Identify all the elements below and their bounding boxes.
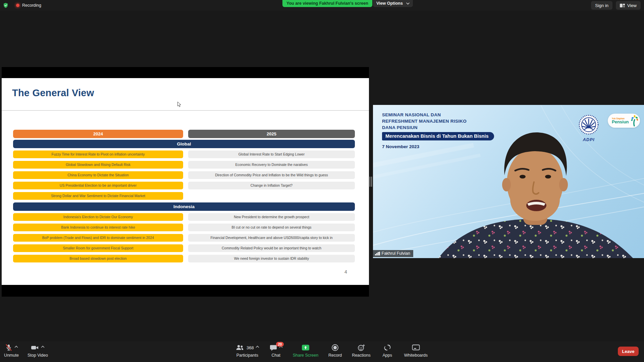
view-options-label: View Options <box>376 0 403 7</box>
section-banner-indonesia: Indonesia <box>13 202 355 211</box>
mouse-cursor-icon <box>177 102 182 108</box>
item-2025: Economic Recovery to Dominate the narati… <box>188 161 355 169</box>
adpi-emblem-icon <box>578 114 599 135</box>
sign-in-button[interactable]: Sign in <box>591 1 612 10</box>
record-icon <box>331 344 339 352</box>
participants-label: Participants <box>236 353 258 358</box>
item-2024: Indonesia's Election to Dictate Our Econ… <box>13 213 183 221</box>
video-options-chevron-icon[interactable] <box>41 346 45 348</box>
whiteboards-button[interactable]: Whiteboards <box>404 344 428 358</box>
share-screen-button[interactable]: Share Screen <box>293 344 318 358</box>
seminar-title: SEMINAR NASIONAL DAN REFRESHMENT MANAJEM… <box>382 112 467 131</box>
seminar-date: 7 November 2023 <box>382 144 419 149</box>
title-divider <box>2 110 369 111</box>
presentation-slide: The General View 2024 2025 Global Fuzzy … <box>2 78 369 285</box>
stop-video-label: Stop Video <box>28 353 48 358</box>
item-2024: Strong Dollar and War Sentiment to Dicta… <box>13 192 183 200</box>
recording-dot-icon <box>16 4 19 7</box>
recording-label: Recording <box>22 3 41 8</box>
security-shield-icon[interactable] <box>3 2 9 8</box>
view-button[interactable]: View <box>616 1 641 10</box>
shared-screen-area: The General View 2024 2025 Global Fuzzy … <box>2 67 369 297</box>
apps-label: Apps <box>382 353 392 358</box>
outlook-table: 2024 2025 Global Fuzzy Time for Interest… <box>13 130 355 265</box>
whiteboard-icon <box>412 344 420 352</box>
item-2025: New President to determine the growth pr… <box>188 213 355 221</box>
reactions-label: Reactions <box>352 353 371 358</box>
chevron-down-icon <box>406 2 410 5</box>
slide-page-number: 4 <box>344 269 347 275</box>
microphone-muted-icon <box>5 344 13 352</box>
apps-icon <box>383 344 391 352</box>
share-screen-label: Share Screen <box>293 353 318 358</box>
item-2025: We need foreign investor to sustain IDR … <box>188 255 355 262</box>
column-header-2025: 2025 <box>188 130 355 138</box>
view-label: View <box>627 3 637 8</box>
table-row: China Economy to Dictate the Situation D… <box>13 171 355 179</box>
item-2024: Broad based slowdown post election <box>13 255 183 262</box>
panel-resize-handle[interactable] <box>370 177 372 187</box>
unmute-label: Unmute <box>4 353 19 358</box>
table-row: Broad based slowdown post election We ne… <box>13 255 355 262</box>
participants-button[interactable]: 368 Participants <box>235 344 259 358</box>
reactions-smiley-icon <box>357 344 365 352</box>
participants-chevron-icon[interactable] <box>256 346 259 348</box>
table-row: Smaller Room for government Fiscal Suppo… <box>13 244 355 252</box>
seminar-title-line2: REFRESHMENT MANAJEMEN RISIKO <box>382 118 467 124</box>
slide-title: The General View <box>12 87 94 99</box>
participant-name: Fakhrul Fulvian <box>382 251 410 256</box>
table-row: BoP problem (Trade and Flows) and IDR to… <box>13 234 355 242</box>
apps-button[interactable]: Apps <box>380 344 395 358</box>
item-2024: China Economy to Dictate the Situation <box>13 171 183 179</box>
chat-button[interactable]: 20 Chat <box>269 344 283 358</box>
item-2025: Commodity Related Policy would be an imp… <box>188 244 355 252</box>
participants-icon <box>235 344 244 352</box>
table-row: Bank Indonesia to continue its interest … <box>13 224 355 231</box>
item-2024: Bank Indonesia to continue its interest … <box>13 224 183 231</box>
record-button[interactable]: Record <box>328 344 342 358</box>
section-banner-global: Global <box>13 140 355 148</box>
item-2025: Direction of Commodity Price and Inflati… <box>188 171 355 179</box>
leave-button[interactable]: Leave <box>618 347 639 356</box>
stop-video-button[interactable]: Stop Video <box>28 344 48 358</box>
pensiun-logo: Yuk Siapkan Pensiun <box>608 114 640 128</box>
record-label: Record <box>328 353 342 358</box>
column-header-2024: 2024 <box>13 130 183 138</box>
pensiun-logo-label: Pensiun <box>612 120 629 124</box>
speaker-video-tile[interactable]: SEMINAR NASIONAL DAN REFRESHMENT MANAJEM… <box>373 105 644 258</box>
item-2025: Change in Inflation Target? <box>188 182 355 189</box>
item-2025: BI cut or no cut on rate to depend on se… <box>188 224 355 231</box>
adpi-label: ADPI <box>574 137 604 142</box>
table-row: Strong Dollar and War Sentiment to Dicta… <box>13 192 355 200</box>
seminar-title-line3: DANA PENSIUN <box>382 124 467 131</box>
item-2024: Fuzzy Time for Interest Rate to Pivot on… <box>13 150 183 158</box>
gallery-view-icon <box>620 3 625 8</box>
camera-icon <box>31 344 39 352</box>
item-2024: Smaller Room for government Fiscal Suppo… <box>13 244 183 252</box>
chat-unread-badge: 20 <box>276 342 284 347</box>
view-options-button[interactable]: View Options <box>373 0 413 7</box>
seminar-title-line1: SEMINAR NASIONAL DAN <box>382 112 467 118</box>
unmute-button[interactable]: Unmute <box>4 344 19 358</box>
table-row: Indonesia's Election to Dictate Our Econ… <box>13 213 355 221</box>
adpi-logo: ADPI <box>574 114 604 142</box>
table-row: Global Slowdown and Rising Default Risk … <box>13 161 355 169</box>
participant-name-tag: Fakhrul Fulvian <box>373 250 413 257</box>
sign-in-label: Sign in <box>595 3 608 8</box>
item-2024: US Presidential Election to be an import… <box>13 182 183 189</box>
item-2025: Global Interest Rate to Start Edging Low… <box>188 150 355 158</box>
meeting-toolbar: Unmute Stop Video 368 <box>0 341 644 362</box>
unmute-options-chevron-icon[interactable] <box>14 346 18 348</box>
audio-signal-icon <box>375 252 380 255</box>
reactions-button[interactable]: Reactions <box>352 344 371 358</box>
whiteboards-label: Whiteboards <box>404 353 428 358</box>
screen-viewing-banner: You are viewing Fakhrul Fulvian's screen <box>282 0 372 7</box>
share-screen-icon <box>301 344 310 352</box>
pensiun-figure-icon <box>630 115 639 126</box>
item-2024: Global Slowdown and Rising Default Risk <box>13 161 183 169</box>
participants-count: 368 <box>247 345 254 350</box>
item-2025-empty <box>188 192 355 200</box>
meeting-topbar: Recording You are viewing Fakhrul Fulvia… <box>0 0 644 11</box>
table-row: Fuzzy Time for Interest Rate to Pivot on… <box>13 150 355 158</box>
seminar-subtitle-pill: Merencanakan Bisnis di Tahun Bukan Bisni… <box>382 132 494 140</box>
